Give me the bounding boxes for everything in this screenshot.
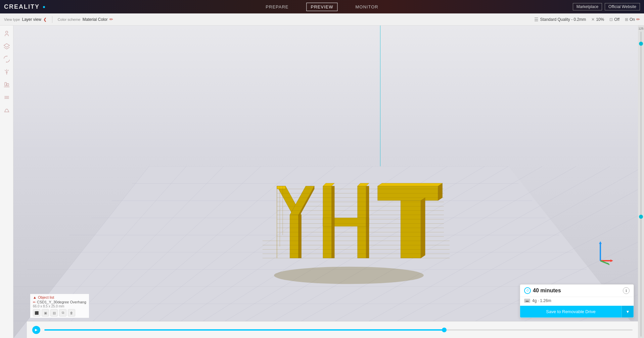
left-sidebar <box>0 26 13 338</box>
app-logo: CREALITY <box>4 3 45 10</box>
svg-marker-63 <box>438 183 443 200</box>
progress-fill <box>44 329 444 331</box>
object-list-panel: ▲ Object list ✏ CSD1_Y_30degree Overhang… <box>30 294 89 318</box>
time-section: ⏱ 40 minutes <box>524 287 561 294</box>
off-icon: ⊡ <box>609 17 613 22</box>
save-button-container: Save to Removable Drive ▼ <box>520 306 634 318</box>
on-icon: ⊞ <box>625 17 628 22</box>
axis-indicator <box>587 241 614 267</box>
material-info: ▬ 4g · 1.26m <box>520 297 634 306</box>
on-section: ⊞ On ✏ <box>625 17 640 22</box>
tool-grid-icon[interactable] <box>1 92 12 103</box>
save-to-removable-drive-button[interactable]: Save to Removable Drive <box>520 306 622 318</box>
svg-rect-5 <box>7 84 8 86</box>
object-list-item: ✏ CSD1_Y_30degree Overhang <box>33 300 86 304</box>
tool-person-icon[interactable] <box>1 28 12 39</box>
object-list-header[interactable]: ▲ Object list <box>33 295 86 299</box>
nav-preview[interactable]: PREVIEW <box>307 3 338 11</box>
save-dropdown-button[interactable]: ▼ <box>622 306 634 318</box>
toolbar: View type Layer view ❮ Color scheme Mate… <box>0 13 644 26</box>
svg-marker-59 <box>323 183 334 186</box>
svg-marker-56 <box>332 186 335 258</box>
quality-icon: ☰ <box>534 17 539 22</box>
action-delete-icon[interactable]: 🗑 <box>68 309 75 316</box>
material-amount: 4g · 1.26m <box>532 298 551 303</box>
material-icon: ▬ <box>524 299 530 303</box>
view-type-chevron-icon[interactable]: ❮ <box>43 17 47 22</box>
svg-point-43 <box>274 267 424 284</box>
color-scheme-label: Color scheme <box>58 17 81 22</box>
layer-slider[interactable]: 125 <box>638 26 644 338</box>
slider-thumb-bottom[interactable] <box>639 215 643 219</box>
off-section: ⊡ Off <box>609 17 619 22</box>
nav-center: PREPARE PREVIEW MONITOR <box>261 3 382 11</box>
svg-marker-1 <box>4 44 9 47</box>
main-area: 125 ▲ Object list ✏ CSD1_Y_30degree Over… <box>0 26 644 338</box>
print-info-panel: ⏱ 40 minutes ℹ ▬ 4g · 1.26m Save to Remo… <box>520 284 634 318</box>
action-copy-icon[interactable]: ⧉ <box>59 309 66 316</box>
quality-section: ☰ Standard Quality - 0.2mm <box>534 17 586 22</box>
svg-marker-47 <box>277 186 286 189</box>
object-list-title: Object list <box>38 295 54 299</box>
tool-pin-icon[interactable] <box>1 67 12 77</box>
object-dimensions: 66.0 x 8.5 x 25.0 mm <box>33 304 86 308</box>
percentage-section: ✕ 10% <box>591 17 604 22</box>
marketplace-button[interactable]: Marketplace <box>573 3 602 10</box>
official-website-button[interactable]: Official Website <box>605 3 640 10</box>
svg-marker-65 <box>378 183 443 186</box>
3d-viewport[interactable]: 125 ▲ Object list ✏ CSD1_Y_30degree Over… <box>13 26 644 338</box>
print-info-header: ⏱ 40 minutes ℹ <box>520 285 634 297</box>
3d-model <box>248 173 450 291</box>
tool-layers-icon[interactable] <box>1 41 12 52</box>
layer-progress-bar: ▶ <box>27 321 638 338</box>
action-side-icon[interactable]: ▤ <box>50 309 58 316</box>
action-cube-icon[interactable]: ⬛ <box>33 309 40 316</box>
svg-point-2 <box>6 72 7 73</box>
svg-marker-60 <box>358 183 369 186</box>
percentage-icon: ✕ <box>591 17 595 22</box>
slider-track[interactable] <box>640 32 642 337</box>
tool-rotate-icon[interactable] <box>1 54 12 65</box>
progress-thumb[interactable] <box>442 328 447 332</box>
toolbar-divider-1 <box>52 16 52 23</box>
slider-max-value: 125 <box>638 27 643 30</box>
slider-thumb-top[interactable] <box>639 42 643 46</box>
toolbar-right: ☰ Standard Quality - 0.2mm ✕ 10% ⊡ Off ⊞… <box>534 17 640 22</box>
nav-right: Marketplace Official Website <box>573 3 640 10</box>
pencil-icon: ✏ <box>33 300 36 304</box>
view-type-label: View type <box>4 17 20 22</box>
clock-icon: ⏱ <box>524 287 531 294</box>
quality-value: Standard Quality - 0.2mm <box>540 17 586 22</box>
topbar: CREALITY PREPARE PREVIEW MONITOR Marketp… <box>0 0 644 13</box>
on-value: On <box>630 17 635 22</box>
tool-boot-icon[interactable] <box>1 105 12 116</box>
view-type-section: View type Layer view ❮ <box>4 17 47 22</box>
color-scheme-value: Material Color <box>83 17 108 22</box>
play-button[interactable]: ▶ <box>32 326 40 334</box>
view-type-value: Layer view <box>22 17 41 22</box>
color-scheme-edit-icon[interactable]: ✏ <box>109 17 113 22</box>
svg-marker-86 <box>610 259 613 262</box>
tool-align-bottom-icon[interactable] <box>1 79 12 90</box>
svg-marker-84 <box>599 241 602 244</box>
svg-marker-58 <box>366 218 369 226</box>
on-edit-icon[interactable]: ✏ <box>636 17 640 22</box>
nav-monitor[interactable]: MONITOR <box>351 3 382 11</box>
percentage-value: 10% <box>596 17 604 22</box>
action-front-icon[interactable]: ▣ <box>42 309 49 316</box>
object-list-chevron-icon: ▲ <box>33 295 37 299</box>
print-time: 40 minutes <box>533 288 561 294</box>
progress-track[interactable] <box>44 329 633 331</box>
svg-marker-55 <box>323 218 366 226</box>
nav-prepare[interactable]: PREPARE <box>261 3 293 11</box>
object-actions: ⬛ ▣ ▤ ⧉ 🗑 <box>33 309 86 316</box>
svg-point-0 <box>5 31 8 34</box>
color-scheme-section: Color scheme Material Color ✏ <box>58 17 113 22</box>
off-value: Off <box>614 17 619 22</box>
info-icon[interactable]: ℹ <box>623 287 630 294</box>
svg-rect-4 <box>5 82 6 86</box>
object-name: CSD1_Y_30degree Overhang <box>37 300 86 304</box>
